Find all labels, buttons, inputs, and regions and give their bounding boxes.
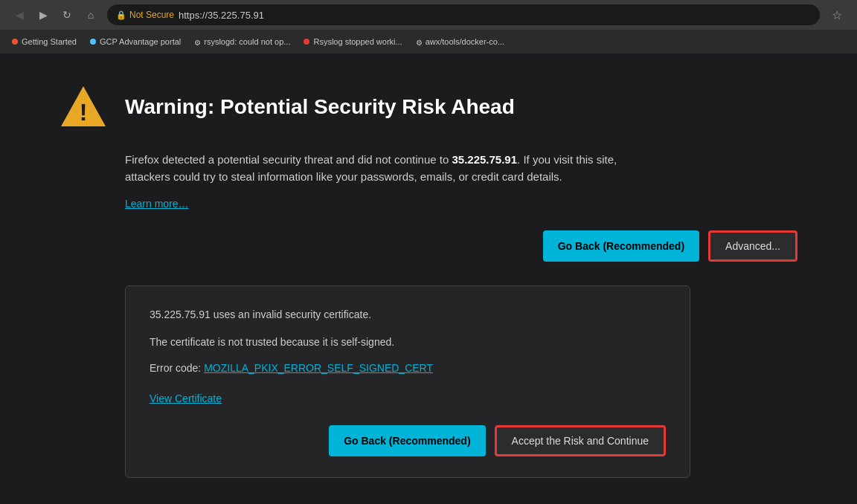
browser-chrome: ◀ ▶ ↻ ⌂ 🔒 Not Secure https://35.225.75.9… [0, 0, 857, 54]
browser-toolbar: ◀ ▶ ↻ ⌂ 🔒 Not Secure https://35.225.75.9… [0, 0, 857, 30]
nav-buttons: ◀ ▶ ↻ ⌂ [9, 4, 101, 25]
view-certificate-link[interactable]: View Certificate [150, 392, 222, 404]
github-tab-icon: ⚙ [194, 39, 200, 45]
tab-awx[interactable]: ⚙ awx/tools/docker-co... [410, 35, 510, 48]
warning-body: Firefox detected a potential security th… [125, 152, 797, 478]
security-indicator: 🔒 Not Secure [116, 10, 174, 20]
learn-more-link[interactable]: Learn more… [125, 198, 189, 210]
accept-risk-button[interactable]: Accept the Risk and Continue [495, 425, 666, 456]
cert-self-signed-text: The certificate is not trusted because i… [150, 335, 666, 350]
back-button[interactable]: ◀ [9, 4, 30, 25]
warning-icon: ! [60, 83, 107, 131]
lock-icon: 🔒 [116, 10, 126, 20]
cert-invalid-text: 35.225.75.91 uses an invalid security ce… [150, 307, 666, 323]
warning-triangle-svg: ! [60, 83, 107, 131]
tab-label: awx/tools/docker-co... [426, 37, 504, 46]
awx-tab-icon: ⚙ [416, 39, 422, 45]
reload-button[interactable]: ↻ [57, 4, 77, 25]
svg-text:!: ! [80, 99, 88, 126]
security-warning-page: ! Warning: Potential Security Risk Ahead… [0, 54, 857, 504]
url-display: https://35.225.75.91 [179, 10, 264, 21]
tab-rsyslogd[interactable]: ⚙ rsyslogd: could not op... [188, 35, 296, 48]
gcp-tab-icon [90, 39, 96, 45]
tab-label: Rsyslog stopped worki... [313, 37, 402, 46]
hostname: 35.225.75.91 [452, 153, 517, 166]
firefox-tab-icon [12, 39, 18, 45]
bookmark-button[interactable]: ☆ [826, 8, 848, 22]
error-code-line: Error code: MOZILLA_PKIX_ERROR_SELF_SIGN… [150, 362, 666, 374]
forward-button[interactable]: ▶ [33, 4, 54, 25]
address-bar[interactable]: 🔒 Not Secure https://35.225.75.91 [107, 4, 820, 25]
warning-header: ! Warning: Potential Security Risk Ahead [60, 83, 797, 131]
tab-label: GCP Advantage portal [100, 37, 181, 46]
tab-getting-started[interactable]: Getting Started [6, 35, 83, 48]
main-buttons-row: Go Back (Recommended) Advanced... [125, 230, 797, 262]
rsyslog-tab-icon [304, 39, 309, 45]
advanced-panel: 35.225.75.91 uses an invalid security ce… [125, 285, 690, 478]
warning-description: Firefox detected a potential security th… [125, 152, 646, 185]
advanced-button[interactable]: Advanced... [708, 230, 797, 262]
error-code-link[interactable]: MOZILLA_PKIX_ERROR_SELF_SIGNED_CERT [204, 362, 433, 374]
tab-label: rsyslogd: could not op... [204, 37, 290, 46]
error-code-prefix: Error code: [150, 362, 204, 374]
description-pre: Firefox detected a potential security th… [125, 153, 452, 166]
warning-title: Warning: Potential Security Risk Ahead [125, 95, 515, 119]
advanced-buttons-row: Go Back (Recommended) Accept the Risk an… [150, 425, 666, 456]
tab-label: Getting Started [22, 37, 77, 46]
tab-gcp[interactable]: GCP Advantage portal [84, 35, 187, 48]
go-back-button-2[interactable]: Go Back (Recommended) [329, 425, 485, 456]
go-back-button[interactable]: Go Back (Recommended) [543, 230, 699, 262]
tab-rsyslog-stopped[interactable]: Rsyslog stopped worki... [298, 35, 408, 48]
security-label: Not Secure [129, 10, 174, 20]
tabs-bar: Getting Started GCP Advantage portal ⚙ r… [0, 30, 857, 54]
home-button[interactable]: ⌂ [80, 4, 101, 25]
